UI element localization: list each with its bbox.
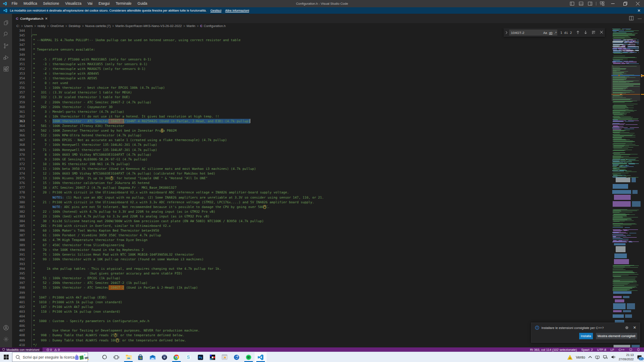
encoding-status[interactable]: UTF-8 xyxy=(597,348,606,352)
breadcrumb-file[interactable]: Configuration.h xyxy=(204,24,226,28)
code-line[interactable]: 389 * 67 : 450C thermistor from SliceEng… xyxy=(12,243,611,247)
code-line[interactable]: 363 * 5 : 100K·thermistor·-·ATC·Semitec·… xyxy=(12,119,611,124)
code-line[interactable]: 390 * 70 : the 100K thermistor found in … xyxy=(12,247,611,252)
taskbar-app-chrome[interactable] xyxy=(170,352,182,362)
taskbar-app-vscode[interactable] xyxy=(255,352,267,362)
menu-visualizza[interactable]: Visualizza xyxy=(62,0,85,7)
code-line[interactable]: 386 * 60 : 100k Maker's Tool Works Kapto… xyxy=(12,228,611,233)
code-line[interactable]: 402 * 147 : Pt100 with 4k7 pullup xyxy=(12,305,611,309)
network-tray-icon[interactable] xyxy=(603,355,608,359)
menu-vai[interactable]: Vai xyxy=(85,0,96,7)
code-line[interactable]: 378 * 20 : Pt100 with circuit in the Ult… xyxy=(12,190,611,195)
breadcrumb-item[interactable]: C: xyxy=(16,24,20,28)
tab-configuration-h[interactable]: C Configuration.h ✕ xyxy=(12,14,50,23)
notifications-bell-icon[interactable] xyxy=(637,348,640,351)
code-line[interactable]: 405 * 1000 : Custom - Specify parameters… xyxy=(12,319,611,323)
taskbar-app-spotify[interactable] xyxy=(243,352,255,362)
match-case-icon[interactable]: Aa xyxy=(543,31,547,35)
source-control-icon[interactable] xyxy=(0,40,12,51)
code-line[interactable]: 379 * NOTES: (1) Must use an ADC input w… xyxy=(12,195,611,200)
weather-icon[interactable] xyxy=(567,355,573,360)
cursor-position-status[interactable]: Ri 363, col 114 (102 selezionate) xyxy=(530,348,577,352)
split-editor-icon[interactable] xyxy=(627,16,635,21)
code-line[interactable]: 360 * 202 : 200k thermistor - Copymaster… xyxy=(12,105,611,109)
find-previous-icon[interactable] xyxy=(576,30,580,35)
taskbar-search-box[interactable]: Scrivi qui per eseguire la ricerca xyxy=(12,352,88,362)
code-line[interactable]: 352 * -2 : thermocouple with MAX6675 (on… xyxy=(12,66,611,71)
code-line[interactable]: 391 * 75 : 100k Generic Silicon Heat Pad… xyxy=(12,252,611,257)
close-window-button[interactable] xyxy=(632,0,644,7)
code-line[interactable]: 407 * Use these for Testing or Developme… xyxy=(12,328,611,333)
taskbar-app-mail[interactable] xyxy=(146,352,158,362)
menu-guida[interactable]: Guida xyxy=(134,0,150,7)
code-line[interactable]: 359 * 2 : 200k thermistor - ATC Semitec … xyxy=(12,100,611,105)
toggle-sidebar-icon[interactable] xyxy=(568,0,577,7)
code-line[interactable]: 371 * 9 : 100k GE Sensing AL03006-58.2K-… xyxy=(12,157,611,162)
code-line[interactable]: 355 * 0 : not used xyxy=(12,81,611,85)
code-line[interactable]: 356 * 1 : 100k thermistor - best choice … xyxy=(12,85,611,90)
taskbar-app-calendar-app[interactable] xyxy=(219,352,231,362)
code-line[interactable]: 401 * 1010 : Pt1000 with 1k pullup (non … xyxy=(12,300,611,305)
extensions-icon[interactable] xyxy=(0,63,12,75)
taskbar-app-game-grid-app[interactable] xyxy=(207,352,219,362)
code-line[interactable]: 388 * 66 : 4.7M High Temperature thermis… xyxy=(12,238,611,242)
task-view-button[interactable] xyxy=(110,352,122,362)
code-editor[interactable]: 344345/**346 * --NORMAL IS 4.7kohm PULLU… xyxy=(12,28,644,347)
code-line[interactable]: 406 * xyxy=(12,323,611,328)
find-in-selection-icon[interactable] xyxy=(592,30,595,35)
problems-status[interactable]: 0 0 xyxy=(46,348,60,352)
code-line[interactable]: 397 * 52 : 200k thermistor - ATC Semitec… xyxy=(12,281,611,285)
toggle-panel-icon[interactable] xyxy=(577,0,586,7)
code-line[interactable]: 400 * 1047 : Pt1000 with 4k7 pullup (E3D… xyxy=(12,295,611,300)
code-line[interactable]: 393 * xyxy=(12,262,611,266)
banner-manage-link[interactable]: Gestisci xyxy=(210,9,222,12)
code-line[interactable]: 347 * xyxy=(12,42,611,47)
settings-gear-icon[interactable] xyxy=(0,333,12,345)
breadcrumb-item[interactable]: Marlin xyxy=(187,24,195,28)
code-line[interactable]: 348 * Temperature sensors available: xyxy=(12,47,611,52)
eol-status[interactable]: LF xyxy=(611,348,614,352)
notification-close-icon[interactable]: ✕ xyxy=(633,326,636,330)
code-line[interactable]: 396 * 51 : 100k thermistor - EPCOS (1k p… xyxy=(12,276,611,281)
code-line[interactable]: 353 * -4 : thermocouple with AD8495 xyxy=(12,71,611,76)
code-line[interactable]: 357 * 331 : (3.3V scaled thermistor 1 ta… xyxy=(12,90,611,95)
account-icon[interactable] xyxy=(0,322,12,333)
code-line[interactable]: 374 * 12 : 100k 0603 SMD Vishay NTCS0603… xyxy=(12,171,611,176)
explorer-icon[interactable] xyxy=(0,17,12,28)
code-line[interactable]: 362 * 4 : 10k thermistor !! do not use i… xyxy=(12,114,611,119)
taskbar-app-dark-sphere-app[interactable] xyxy=(158,352,170,362)
code-line[interactable]: 384 * 30 : Kis3d Silicone heating mat 20… xyxy=(12,219,611,223)
install-button[interactable]: Installa xyxy=(579,333,593,339)
taskbar-app-skype[interactable] xyxy=(182,352,194,362)
cortana-button[interactable] xyxy=(98,352,110,362)
code-line[interactable]: 387 * 61 : 100k Formbot / Vivedino 3950 … xyxy=(12,233,611,238)
search-highlights[interactable] xyxy=(75,354,89,361)
minimize-button[interactable] xyxy=(607,0,619,7)
code-line[interactable]: 358 * 332 : (3.3V scaled thermistor 1 ta… xyxy=(12,95,611,100)
menu-modifica[interactable]: Modifica xyxy=(21,0,40,7)
search-icon[interactable] xyxy=(0,28,12,40)
restricted-mode-status[interactable]: Modalità con restrizioni xyxy=(0,347,43,352)
code-line[interactable]: 366 * 512 : 100k RPW-Ultra hotend thermi… xyxy=(12,133,611,138)
code-line[interactable]: 346 * --NORMAL IS 4.7kohm PULLUP!-- 1koh… xyxy=(12,38,611,42)
menu-esegui[interactable]: Esegui xyxy=(95,0,112,7)
breadcrumb-item[interactable]: Users xyxy=(24,24,33,28)
volume-tray-icon[interactable] xyxy=(611,355,616,359)
action-center-icon[interactable]: 21 xyxy=(637,355,642,360)
code-line[interactable]: 377 * 18 : ATC Semitec 204GT-2 (4.7k pul… xyxy=(12,185,611,190)
toggle-secondary-sidebar-icon[interactable] xyxy=(586,0,595,7)
code-line[interactable]: 399 * xyxy=(12,290,611,295)
onedrive-tray-icon[interactable] xyxy=(595,355,600,359)
indentation-status[interactable]: Spazi: 2 xyxy=(581,348,593,352)
menu-selezione[interactable]: Selezione xyxy=(40,0,62,7)
notification-settings-gear-icon[interactable] xyxy=(625,326,629,330)
code-line[interactable]: 361 * 3 : Mendel-parts thermistor (4.7k … xyxy=(12,109,611,114)
code-line[interactable]: 373 * 11 : 100k beta 3950 1% thermistor … xyxy=(12,166,611,171)
taskbar-app-file-explorer[interactable] xyxy=(122,352,134,362)
find-input[interactable]: 104GT-2 Aa ab .* xyxy=(509,30,557,36)
code-line[interactable]: 367 * 6 : 100k EPCOS - Not as accurate a… xyxy=(12,138,611,142)
code-line[interactable]: 392 * 99 : 100k thermistor with a 10K pu… xyxy=(12,257,611,262)
breadcrumb-item[interactable]: OneDrive xyxy=(50,24,64,28)
code-line[interactable]: 351 * -3 : thermocouple with MAX31855 (o… xyxy=(12,62,611,66)
code-line[interactable]: 376 * 15 : 100k thermistor calibration f… xyxy=(12,181,611,185)
